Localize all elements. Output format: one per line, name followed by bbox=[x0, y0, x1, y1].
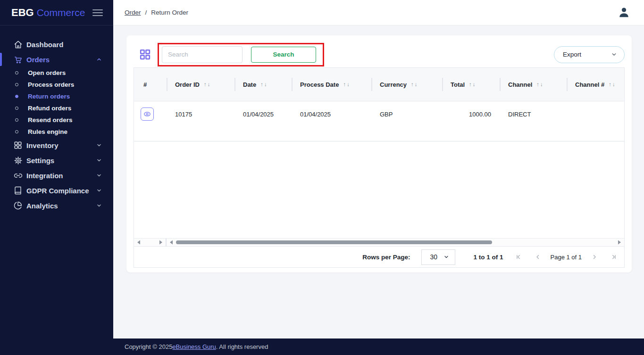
sidebar-item-gdpr-compliance[interactable]: GDPR Compliance bbox=[0, 183, 113, 198]
cell-date: 01/04/2025 bbox=[234, 101, 292, 141]
sidebar-item-orders[interactable]: Orders bbox=[0, 52, 113, 67]
sort-arrows-icon[interactable]: ↑↓ bbox=[469, 82, 477, 87]
copyright-text: Copyright © 2025 bbox=[125, 343, 172, 350]
logo[interactable]: EBG Commerce bbox=[0, 0, 113, 25]
next-page-icon[interactable] bbox=[591, 254, 598, 260]
column-header-label: Order ID bbox=[175, 81, 200, 88]
sidebar-item-refund-orders[interactable]: Refund orders bbox=[0, 102, 113, 114]
sidebar-item-label: Settings bbox=[26, 157, 54, 165]
ebusiness-guru-link[interactable]: eBusiness Guru bbox=[172, 343, 216, 350]
rows-per-page-label: Rows per Page: bbox=[362, 254, 410, 261]
column-header-label: # bbox=[143, 81, 147, 88]
rows-per-page-select[interactable]: 30 bbox=[421, 249, 455, 265]
sidebar-item-return-orders[interactable]: Return orders bbox=[0, 91, 113, 102]
sidebar-item-label: Return orders bbox=[28, 93, 70, 100]
column-header-total: Total ↑↓ bbox=[442, 68, 500, 101]
link-icon bbox=[13, 171, 23, 180]
column-header-date: Date ↑↓ bbox=[234, 68, 292, 101]
content-area: Search Export # bbox=[113, 25, 644, 338]
gear-icon bbox=[13, 156, 23, 165]
scroll-right-icon[interactable] bbox=[618, 240, 621, 245]
chevron-down-icon bbox=[96, 173, 102, 178]
sidebar-item-inventory[interactable]: Inventory bbox=[0, 138, 113, 153]
scrollbar-thumb[interactable] bbox=[176, 240, 492, 244]
page-footer: Copyright © 2025 eBusiness Guru . All ri… bbox=[113, 338, 644, 355]
scroll-left-icon[interactable] bbox=[137, 240, 141, 245]
copyright-text-suffix: . All rights reserved bbox=[216, 343, 268, 350]
sidebar-item-label: Open orders bbox=[28, 69, 66, 76]
column-header-label: Channel # bbox=[575, 81, 604, 88]
chevron-down-icon bbox=[96, 142, 102, 148]
cell-total: 1000.00 bbox=[442, 101, 500, 141]
chevron-down-icon bbox=[96, 188, 102, 193]
sort-arrows-icon[interactable]: ↑↓ bbox=[609, 82, 616, 87]
pagination-bar: Rows per Page: 30 1 to 1 of 1 bbox=[134, 246, 624, 267]
sidebar-item-integration[interactable]: Integration bbox=[0, 168, 113, 183]
book-icon bbox=[13, 186, 23, 195]
cart-icon bbox=[13, 55, 23, 64]
cell-channel-number bbox=[567, 101, 624, 141]
frozen-column-scrollbar bbox=[134, 239, 167, 246]
scrollbar-track bbox=[176, 240, 615, 244]
sort-arrows-icon[interactable]: ↑↓ bbox=[204, 82, 211, 87]
column-header-label: Date bbox=[243, 81, 256, 88]
return-orders-table: # Order ID ↑↓ Date ↑↓ Process Date ↑↓ bbox=[134, 67, 625, 268]
grid-view-icon[interactable] bbox=[139, 49, 151, 60]
chevron-down-icon bbox=[443, 254, 449, 260]
chevron-down-icon bbox=[96, 203, 102, 208]
sort-arrows-icon[interactable]: ↑↓ bbox=[411, 82, 418, 87]
sort-arrows-icon[interactable]: ↑↓ bbox=[260, 82, 268, 87]
return-orders-card: Search Export # bbox=[126, 35, 632, 272]
sidebar-item-label: Process orders bbox=[28, 81, 74, 88]
column-header-process-date: Process Date ↑↓ bbox=[292, 68, 371, 101]
first-page-icon[interactable] bbox=[516, 254, 522, 260]
sidebar-item-rules-engine[interactable]: Rules engine bbox=[0, 126, 113, 138]
sort-arrows-icon[interactable]: ↑↓ bbox=[536, 82, 544, 87]
breadcrumb-separator: / bbox=[145, 9, 147, 16]
sidebar-item-dashboard[interactable]: Dashboard bbox=[0, 37, 113, 52]
scroll-right-icon[interactable] bbox=[159, 240, 163, 245]
view-order-button[interactable] bbox=[141, 107, 154, 121]
sidebar-item-label: Orders bbox=[26, 56, 50, 64]
column-header-label: Channel bbox=[508, 81, 532, 88]
sidebar-item-analytics[interactable]: Analytics bbox=[0, 198, 113, 213]
breadcrumb-order-link[interactable]: Order bbox=[125, 9, 141, 16]
sidebar-item-label: Dashboard bbox=[26, 41, 63, 49]
scroll-left-icon[interactable] bbox=[169, 240, 173, 245]
hamburger-menu-icon[interactable] bbox=[92, 8, 103, 17]
bullet-icon bbox=[15, 83, 18, 86]
column-header-currency: Currency ↑↓ bbox=[371, 68, 442, 101]
logo-text: Commerce bbox=[37, 7, 85, 18]
caret-up-icon bbox=[96, 57, 102, 62]
search-button[interactable]: Search bbox=[251, 47, 316, 63]
sidebar-item-settings[interactable]: Settings bbox=[0, 153, 113, 168]
sidebar-item-resend-orders[interactable]: Resend orders bbox=[0, 114, 113, 126]
sidebar-item-label: Refund orders bbox=[28, 105, 71, 112]
column-header-order-id: Order ID ↑↓ bbox=[167, 68, 234, 101]
column-header-label: Process Date bbox=[300, 81, 339, 88]
sidebar-item-label: Inventory bbox=[26, 141, 59, 149]
search-input[interactable] bbox=[162, 46, 243, 63]
sidebar-item-process-orders[interactable]: Process orders bbox=[0, 79, 113, 91]
last-page-icon[interactable] bbox=[610, 254, 617, 260]
app: EBG Commerce Dashboard Orders bbox=[0, 0, 644, 355]
bullet-icon bbox=[15, 107, 18, 110]
cell-currency: GBP bbox=[371, 101, 442, 141]
main-area: Order / Return Order Search bbox=[113, 0, 644, 355]
table-row: 10175 01/04/2025 01/04/2025 GBP 1000.00 … bbox=[134, 101, 624, 141]
main-scrollbar bbox=[167, 239, 624, 246]
user-avatar-icon[interactable] bbox=[618, 6, 630, 19]
bullet-icon bbox=[15, 71, 18, 74]
column-header-channel: Channel ↑↓ bbox=[500, 68, 567, 101]
sidebar-item-open-orders[interactable]: Open orders bbox=[0, 67, 113, 79]
previous-page-icon[interactable] bbox=[535, 254, 541, 260]
top-header: Order / Return Order bbox=[113, 0, 644, 25]
pie-chart-icon bbox=[13, 201, 23, 210]
export-dropdown[interactable]: Export bbox=[554, 46, 625, 63]
sidebar-item-label: Rules engine bbox=[28, 128, 67, 135]
column-header-channel-number: Channel # ↑↓ bbox=[567, 68, 624, 101]
sort-arrows-icon[interactable]: ↑↓ bbox=[343, 82, 351, 87]
sidebar-item-label: Integration bbox=[26, 172, 63, 180]
column-header-label: Total bbox=[451, 81, 465, 88]
export-label: Export bbox=[563, 51, 581, 58]
